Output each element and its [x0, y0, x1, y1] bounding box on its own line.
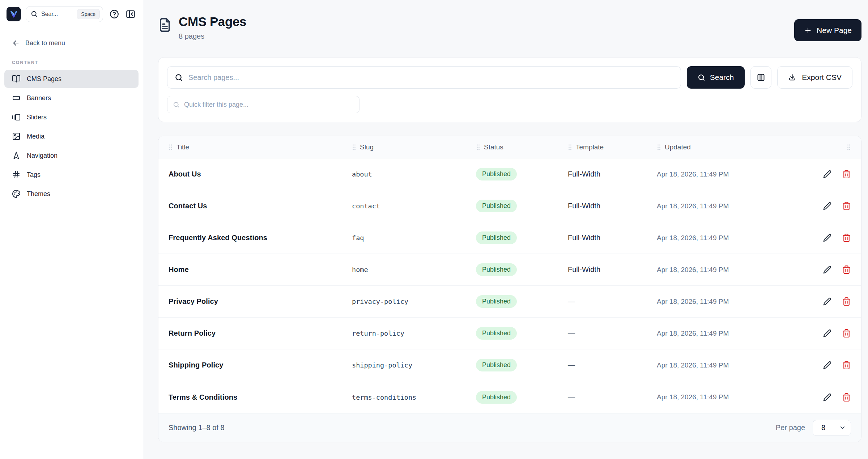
- search-pages-input[interactable]: [188, 73, 673, 82]
- cell-template: —: [568, 361, 657, 369]
- cell-slug: return-policy: [352, 330, 476, 337]
- column-label: Updated: [665, 143, 691, 151]
- drag-grip-icon[interactable]: [657, 144, 661, 150]
- banner-icon: [12, 94, 21, 102]
- quick-filter-input[interactable]: [184, 101, 354, 109]
- table-row: About Us about Published Full-Width Apr …: [158, 158, 861, 190]
- cell-actions: [808, 201, 851, 211]
- edit-button[interactable]: [823, 329, 832, 338]
- sidebar-menu: CMS Pages Banners Sliders Media Navigati…: [4, 70, 139, 203]
- per-page-select[interactable]: 8: [813, 420, 851, 436]
- back-to-menu-label: Back to menu: [25, 39, 65, 47]
- logo-v-icon: [9, 9, 18, 19]
- sidebar-item-sliders[interactable]: Sliders: [4, 108, 139, 126]
- cell-actions: [808, 297, 851, 306]
- sidebar-item-label: Tags: [27, 171, 41, 179]
- toolbar-card: Search Export CSV: [158, 57, 861, 122]
- cell-status: Published: [476, 295, 568, 308]
- cell-title: Frequently Asked Questions: [169, 234, 352, 242]
- help-icon: [109, 9, 119, 19]
- cell-updated: Apr 18, 2026, 11:49 PM: [657, 234, 808, 242]
- edit-button[interactable]: [823, 265, 832, 274]
- column-header-actions: [808, 144, 851, 150]
- cell-title: Privacy Policy: [169, 297, 352, 306]
- delete-button[interactable]: [842, 201, 851, 211]
- shortcut-badge: Space: [77, 9, 100, 19]
- cell-slug: faq: [352, 234, 476, 242]
- download-icon: [788, 73, 796, 82]
- new-page-button[interactable]: New Page: [794, 19, 861, 41]
- delete-button[interactable]: [842, 233, 851, 242]
- sidebar-item-tags[interactable]: Tags: [4, 166, 139, 184]
- new-page-label: New Page: [817, 26, 852, 35]
- trash-icon: [842, 233, 851, 242]
- cell-slug: contact: [352, 202, 476, 210]
- edit-button[interactable]: [823, 297, 832, 306]
- sidebar-item-label: Themes: [27, 190, 50, 198]
- export-csv-label: Export CSV: [802, 73, 842, 82]
- sidebar-item-themes[interactable]: Themes: [4, 185, 139, 203]
- delete-button[interactable]: [842, 170, 851, 179]
- columns-toggle-button[interactable]: [750, 66, 771, 89]
- quick-filter-box: [167, 96, 359, 113]
- column-header-slug: Slug: [352, 143, 476, 151]
- column-header-status: Status: [476, 143, 568, 151]
- status-badge: Published: [476, 231, 517, 244]
- cell-template: —: [568, 297, 657, 306]
- drag-grip-icon[interactable]: [847, 144, 851, 150]
- help-button[interactable]: [109, 9, 119, 19]
- page-header-left: CMS Pages 8 pages: [158, 14, 246, 41]
- arrow-left-icon: [12, 39, 20, 47]
- table-row: Contact Us contact Published Full-Width …: [158, 190, 861, 222]
- status-badge: Published: [476, 168, 517, 180]
- sidebar-item-media[interactable]: Media: [4, 127, 139, 145]
- global-search-trigger[interactable]: Sear... Space: [26, 6, 103, 22]
- table-row: Home home Published Full-Width Apr 18, 2…: [158, 254, 861, 286]
- drag-grip-icon[interactable]: [568, 144, 572, 150]
- trash-icon: [842, 265, 851, 274]
- pages-table: Title Slug Status Template Updated: [158, 136, 861, 442]
- status-badge: Published: [476, 359, 517, 371]
- app-logo: [7, 7, 21, 21]
- cell-title: Shipping Policy: [169, 361, 352, 369]
- drag-grip-icon[interactable]: [169, 144, 173, 150]
- table-row: Privacy Policy privacy-policy Published …: [158, 286, 861, 318]
- cell-status: Published: [476, 327, 568, 340]
- delete-button[interactable]: [842, 297, 851, 306]
- sidebar-item-label: Banners: [27, 94, 51, 102]
- content-section-label: CONTENT: [4, 47, 139, 70]
- edit-button[interactable]: [823, 170, 832, 179]
- edit-button[interactable]: [823, 393, 832, 402]
- sidebar-item-cms-pages[interactable]: CMS Pages: [4, 70, 139, 88]
- sidebar-item-label: Navigation: [27, 152, 58, 160]
- edit-button[interactable]: [823, 233, 832, 242]
- column-label: Slug: [360, 143, 374, 151]
- export-csv-button[interactable]: Export CSV: [777, 66, 852, 89]
- file-text-icon: [158, 17, 172, 33]
- drag-grip-icon[interactable]: [352, 144, 356, 150]
- edit-button[interactable]: [823, 361, 832, 370]
- cell-slug: home: [352, 266, 476, 273]
- cell-slug: about: [352, 170, 476, 178]
- delete-button[interactable]: [842, 393, 851, 402]
- delete-button[interactable]: [842, 329, 851, 338]
- trash-icon: [842, 170, 851, 179]
- cell-actions: [808, 361, 851, 370]
- edit-button[interactable]: [823, 201, 832, 211]
- search-button[interactable]: Search: [687, 66, 745, 89]
- cell-title: Contact Us: [169, 202, 352, 210]
- delete-button[interactable]: [842, 265, 851, 274]
- drag-grip-icon[interactable]: [476, 144, 480, 150]
- column-header-template: Template: [568, 143, 657, 151]
- delete-button[interactable]: [842, 361, 851, 370]
- page-title: CMS Pages: [179, 14, 246, 29]
- table-row: Frequently Asked Questions faq Published…: [158, 222, 861, 254]
- cell-updated: Apr 18, 2026, 11:49 PM: [657, 298, 808, 306]
- sidebar-item-banners[interactable]: Banners: [4, 89, 139, 107]
- pencil-icon: [823, 361, 832, 370]
- sidebar-item-navigation[interactable]: Navigation: [4, 146, 139, 165]
- cell-status: Published: [476, 231, 568, 244]
- collapse-sidebar-button[interactable]: [125, 9, 136, 19]
- back-to-menu[interactable]: Back to menu: [4, 28, 139, 47]
- pencil-icon: [823, 201, 832, 211]
